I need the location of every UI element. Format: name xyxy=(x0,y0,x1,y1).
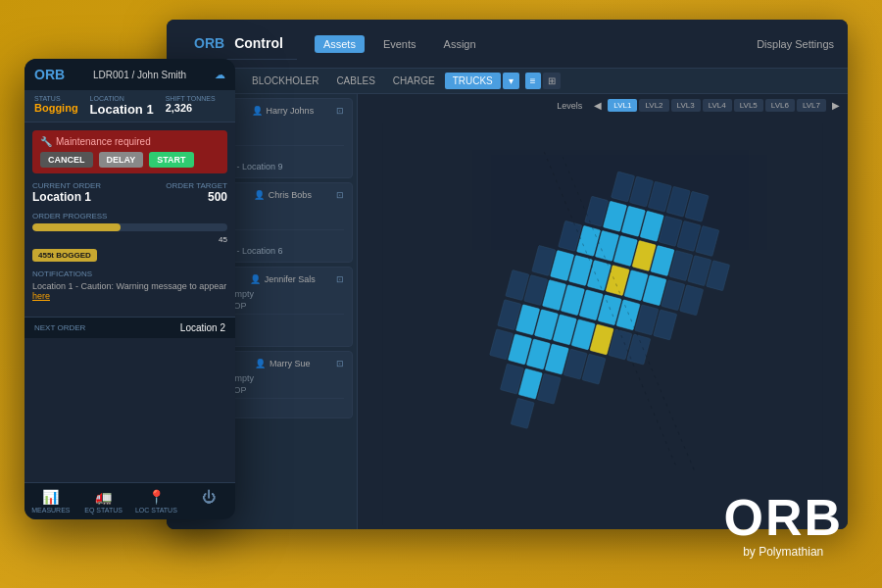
level-next[interactable]: ▶ xyxy=(828,98,844,113)
person-icon: 👤 xyxy=(252,106,263,116)
person-icon-04: 👤 xyxy=(254,190,265,200)
map-area: Levels ◀ LVL1 LVL2 LVL3 LVL4 LVL5 LVL6 L… xyxy=(358,94,848,529)
progress-section: ORDER PROGRESS 45 455t BOGGED xyxy=(32,212,227,262)
tab-blockholer[interactable]: BLOCKHOLER xyxy=(244,73,326,89)
trucks-dropdown[interactable]: ▾ xyxy=(503,73,519,89)
truck-02-driver: 👤 Harry Johns xyxy=(252,106,315,116)
status-item-location: LOCATION Location 1 xyxy=(90,95,154,117)
level-tab-5[interactable]: LVL5 xyxy=(734,99,763,112)
next-order-footer-label: NEXT ORDER xyxy=(34,323,85,332)
status-value: Bogging xyxy=(34,102,78,114)
cancel-btn[interactable]: CANCEL xyxy=(40,152,93,168)
alert-header: 🔧 Maintenance required xyxy=(40,136,220,147)
view-icons: ≡ ⊞ xyxy=(525,73,561,89)
display-settings-btn[interactable]: Display Settings xyxy=(757,38,834,50)
desktop-panel: ORB Control Assets Events Assign Display… xyxy=(167,20,848,529)
truck-06-driver: 👤 Jennifer Sals xyxy=(250,274,316,284)
notif-label: NOTIFICATIONS xyxy=(32,270,227,278)
alert-box: 🔧 Maintenance required CANCEL DELAY STAR… xyxy=(32,130,227,173)
current-order-value: Location 1 xyxy=(32,190,101,204)
truck-04-expand[interactable]: ⊡ xyxy=(336,190,344,200)
truck-02-expand[interactable]: ⊡ xyxy=(336,106,344,116)
orb-by-text: by Polymathian xyxy=(723,545,843,559)
order-row: CURRENT ORDER Location 1 ORDER TARGET 50… xyxy=(32,181,227,204)
progress-bar-fill xyxy=(32,223,121,231)
desktop-header: ORB Control Assets Events Assign Display… xyxy=(167,20,848,69)
tab-charge[interactable]: CHARGE xyxy=(385,73,443,89)
list-view-btn[interactable]: ≡ xyxy=(525,73,541,89)
control-text: Control xyxy=(234,35,283,51)
eq-status-label: EQ STATUS xyxy=(84,507,122,514)
shift-value: 2,326 xyxy=(166,102,216,114)
mobile-nav: 📊 MEASURES 🚛 EQ STATUS 📍 LOC STATUS ⏻ xyxy=(24,482,235,519)
truck-04-driver: 👤 Chris Bobs xyxy=(254,190,312,200)
loc-status-icon: 📍 xyxy=(148,489,165,505)
assets-nav-btn[interactable]: Assets xyxy=(315,35,365,53)
wrench-icon: 🔧 xyxy=(40,136,52,147)
measures-icon: 📊 xyxy=(42,489,59,505)
bogged-badge: 455t BOGGED xyxy=(32,244,227,262)
nav-measures[interactable]: 📊 MEASURES xyxy=(24,483,77,519)
nav-eq-status[interactable]: 🚛 EQ STATUS xyxy=(77,483,130,519)
svg-rect-0 xyxy=(382,123,822,525)
progress-value: 45 xyxy=(32,235,227,244)
desktop-title: ORB Control xyxy=(180,27,297,60)
grid-view-btn[interactable]: ⊞ xyxy=(543,73,561,89)
status-label: STATUS xyxy=(34,95,78,102)
location-value: Location 1 xyxy=(90,102,154,117)
orb-logo-text: ORB xyxy=(723,492,843,543)
mobile-main-content: 🔧 Maintenance required CANCEL DELAY STAR… xyxy=(24,122,235,317)
progress-label: ORDER PROGRESS xyxy=(32,212,227,220)
loc-status-label: LOC STATUS xyxy=(135,507,177,514)
level-tab-1[interactable]: LVL1 xyxy=(608,99,637,112)
level-tabs: Levels ◀ LVL1 LVL2 LVL3 LVL4 LVL5 LVL6 L… xyxy=(551,98,844,113)
mine-svg: Location xyxy=(368,123,838,525)
tab-trucks[interactable]: TRUCKS xyxy=(445,73,501,89)
level-tab-3[interactable]: LVL3 xyxy=(671,99,701,112)
current-order-label: CURRENT ORDER xyxy=(32,181,101,190)
notif-text: Location 1 - Caution: Warning message to… xyxy=(32,281,227,301)
status-item-shift: SHIFT TONNES 2,326 xyxy=(166,95,216,117)
order-target-label: ORDER TARGET xyxy=(166,181,227,190)
level-tab-7[interactable]: LVL7 xyxy=(797,99,826,112)
truck-08-driver: 👤 Marry Sue xyxy=(255,359,311,368)
truck-08-expand[interactable]: ⊡ xyxy=(336,359,344,368)
content-area: TRUCK02 👤 Harry Johns ⊡ ○ Hauling 📍 Loca… xyxy=(167,94,848,529)
start-btn[interactable]: START xyxy=(149,152,193,168)
notifications-section: NOTIFICATIONS Location 1 - Caution: Warn… xyxy=(32,270,227,301)
progress-bar-bg xyxy=(32,223,227,231)
tab-cables[interactable]: CABLES xyxy=(328,73,382,89)
notif-link[interactable]: here xyxy=(32,291,50,301)
power-icon: ⏻ xyxy=(202,489,216,505)
mine-visualization: Location xyxy=(368,123,838,525)
order-target-col: ORDER TARGET 500 xyxy=(166,181,227,204)
eq-status-icon: 🚛 xyxy=(95,489,112,505)
next-order-footer: NEXT ORDER Location 2 xyxy=(24,317,235,338)
level-tab-6[interactable]: LVL6 xyxy=(765,99,795,112)
orb-brand: ORB xyxy=(194,35,224,51)
assign-nav-btn[interactable]: Assign xyxy=(435,35,485,53)
events-nav-btn[interactable]: Events xyxy=(374,35,425,53)
alert-message: Maintenance required xyxy=(56,136,151,147)
asset-tabs-bar: ALL AGI BLOCKHOLER CABLES CHARGE TRUCKS … xyxy=(167,69,848,94)
order-section: CURRENT ORDER Location 1 ORDER TARGET 50… xyxy=(32,181,227,204)
next-order-footer-value: Location 2 xyxy=(180,322,225,333)
level-tab-2[interactable]: LVL2 xyxy=(639,99,668,112)
person-icon-08: 👤 xyxy=(255,359,266,368)
level-tab-4[interactable]: LVL4 xyxy=(703,99,732,112)
cloud-icon: ☁ xyxy=(215,69,225,81)
status-item-status: STATUS Bogging xyxy=(34,95,78,117)
truck-06-expand[interactable]: ⊡ xyxy=(336,274,344,284)
nav-power[interactable]: ⏻ xyxy=(182,483,235,519)
mobile-user-info: LDR001 / John Smith xyxy=(93,70,186,80)
levels-label: Levels xyxy=(551,99,588,113)
level-prev[interactable]: ◀ xyxy=(590,98,606,113)
nav-loc-status[interactable]: 📍 LOC STATUS xyxy=(130,483,183,519)
mobile-orb-logo: ORB xyxy=(34,67,65,82)
order-target-value: 500 xyxy=(166,190,227,204)
delay-btn[interactable]: DELAY xyxy=(99,152,144,168)
mobile-panel: ORB LDR001 / John Smith ☁ STATUS Bogging… xyxy=(24,59,235,519)
person-icon-06: 👤 xyxy=(250,274,261,284)
shift-label: SHIFT TONNES xyxy=(166,95,216,102)
location-label: LOCATION xyxy=(90,95,154,102)
